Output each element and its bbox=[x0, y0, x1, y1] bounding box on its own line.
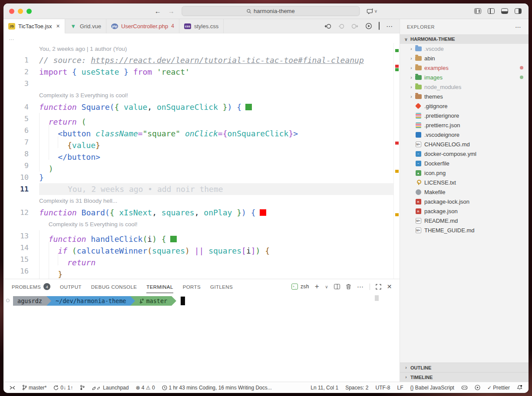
zoom-window-button[interactable] bbox=[26, 9, 32, 14]
tree-item[interactable]: › themes bbox=[400, 92, 529, 101]
tree-item[interactable]: › ~ Dockerfile bbox=[400, 158, 529, 168]
line-number[interactable] bbox=[3, 218, 39, 230]
panel-tab[interactable]: TERMINAL bbox=[146, 279, 173, 294]
code-editor[interactable]: You, 2 weeks ago | 1 author (You)1// sou… bbox=[3, 43, 400, 279]
code-line[interactable]: 5return ( bbox=[3, 113, 393, 125]
line-number[interactable]: 1 bbox=[3, 54, 39, 66]
code-line[interactable]: 13function handleClick(i) { bbox=[3, 230, 393, 242]
close-window-button[interactable] bbox=[9, 9, 14, 14]
panel-tab[interactable]: PROBLEMS 4 bbox=[12, 279, 50, 294]
tree-item[interactable]: › .prettierignore bbox=[400, 111, 529, 120]
line-number[interactable]: 16 bbox=[3, 265, 39, 277]
minimize-window-button[interactable] bbox=[18, 9, 23, 14]
code-line[interactable]: 2import { useState } from 'react' bbox=[3, 66, 393, 78]
split-editor-icon[interactable] bbox=[379, 22, 380, 30]
terminal-dropdown-icon[interactable]: ∨ bbox=[325, 284, 328, 289]
tree-item[interactable]: › .prettierrc.json bbox=[400, 120, 529, 130]
tree-item[interactable]: › Makefile bbox=[400, 187, 529, 197]
code-line[interactable]: 12function Board({ xIsNext, squares, onP… bbox=[3, 207, 393, 218]
back-navigation-icon[interactable] bbox=[324, 23, 332, 30]
tree-item[interactable]: › images bbox=[400, 73, 529, 82]
panel-tab[interactable]: DEBUG CONSOLE bbox=[91, 279, 137, 294]
status-bar-item[interactable]: Ln 11, Col 1 bbox=[311, 385, 338, 391]
line-number[interactable]: 6 bbox=[3, 125, 39, 136]
tree-item[interactable]: › n package.json bbox=[400, 206, 529, 216]
sidebar-section-header[interactable]: › OUTLINE bbox=[400, 363, 529, 372]
history-back-icon[interactable]: ← bbox=[155, 8, 161, 14]
tree-item[interactable]: › .vscode bbox=[400, 44, 529, 53]
status-bar-item[interactable]: UTF-8 bbox=[376, 385, 390, 391]
kill-terminal-trash-icon[interactable] bbox=[346, 284, 351, 290]
line-number[interactable]: 12 bbox=[3, 207, 39, 218]
customize-layout-icon[interactable] bbox=[474, 8, 481, 14]
status-bar-item[interactable] bbox=[80, 385, 85, 390]
code-line[interactable]: 3 bbox=[3, 78, 393, 89]
line-number[interactable]: 5 bbox=[3, 113, 39, 125]
line-number[interactable]: 2 bbox=[3, 66, 39, 78]
status-bar-item[interactable]: ✓ Prettier bbox=[487, 385, 510, 391]
tree-item[interactable]: › M+ README.md bbox=[400, 216, 529, 225]
code-line[interactable]: 15return bbox=[3, 254, 393, 265]
code-line[interactable]: 10} bbox=[3, 172, 393, 183]
split-terminal-icon[interactable] bbox=[334, 284, 340, 289]
code-line[interactable]: 7{value} bbox=[3, 136, 393, 148]
shell-name[interactable]: zsh bbox=[301, 284, 309, 290]
breadcrumb-ellipsis[interactable]: ... bbox=[9, 36, 14, 41]
tree-item[interactable]: › ~ docker-compose.yml bbox=[400, 149, 529, 158]
line-number[interactable]: 17 bbox=[3, 277, 39, 279]
more-actions-icon[interactable]: ⋯ bbox=[386, 23, 393, 30]
explorer-more-actions-icon[interactable]: ⋯ bbox=[515, 23, 522, 30]
status-bar-item[interactable] bbox=[475, 385, 480, 390]
code-line[interactable]: 14if (calculateWinner(squares) || square… bbox=[3, 242, 393, 254]
command-center-search[interactable]: harmonia-theme bbox=[182, 6, 360, 16]
tree-item[interactable]: › .gitignore bbox=[400, 101, 529, 111]
close-tab-icon[interactable]: × bbox=[56, 23, 60, 30]
line-number[interactable]: 14 bbox=[3, 242, 39, 254]
code-line[interactable]: 17const nextSquares = squares.slice() bbox=[3, 277, 393, 279]
run-debug-icon[interactable] bbox=[365, 23, 372, 30]
editor-tab[interactable]: css styles.css bbox=[179, 19, 224, 33]
editor-tab[interactable]: JS TicTacToe.jsx × bbox=[3, 19, 65, 33]
tree-item[interactable]: › n package-lock.json bbox=[400, 197, 529, 206]
status-bar-item[interactable]: {} Babel JavaScript bbox=[410, 385, 454, 391]
panel-tab[interactable]: PORTS bbox=[183, 279, 201, 294]
tree-item[interactable]: › abin bbox=[400, 53, 529, 63]
line-number[interactable]: 10 bbox=[3, 172, 39, 183]
codelens-line[interactable]: Complexity is 31 Bloody hell... bbox=[3, 195, 393, 207]
overview-ruler[interactable] bbox=[393, 43, 400, 279]
code-line[interactable]: 11You, 2 weeks ago • add noir theme bbox=[3, 183, 393, 195]
line-number[interactable]: 7 bbox=[3, 136, 39, 148]
copilot-menu[interactable]: ∨ bbox=[367, 8, 377, 15]
code-line[interactable]: 9) bbox=[3, 160, 393, 172]
toggle-primary-sidebar-icon[interactable] bbox=[488, 8, 495, 14]
tree-item[interactable]: › LICENSE.txt bbox=[400, 178, 529, 187]
line-number[interactable]: 4 bbox=[3, 101, 39, 113]
status-bar-item[interactable]: LF bbox=[397, 385, 403, 391]
line-number[interactable]: 9 bbox=[3, 160, 39, 172]
terminal-scrollbar-thumb[interactable] bbox=[375, 295, 379, 301]
line-number[interactable] bbox=[3, 195, 39, 207]
code-line[interactable]: 16} bbox=[3, 265, 393, 277]
tree-item[interactable]: › ▲ icon.png bbox=[400, 168, 529, 178]
tree-item[interactable]: › examples bbox=[400, 63, 529, 73]
line-number[interactable]: 11 bbox=[3, 183, 39, 195]
code-line[interactable]: 1// source: https://react.dev/learn/tuto… bbox=[3, 54, 393, 66]
code-line[interactable]: 8</button> bbox=[3, 148, 393, 160]
line-number[interactable]: 8 bbox=[3, 148, 39, 160]
toggle-panel-icon[interactable] bbox=[501, 8, 508, 14]
code-line[interactable]: 4function Square({ value, onSquareClick … bbox=[3, 101, 393, 113]
status-bar-item[interactable]: master* bbox=[22, 385, 46, 391]
status-bar-item[interactable]: 0↓ 1↑ bbox=[53, 385, 73, 391]
breadcrumb[interactable]: ... bbox=[3, 33, 400, 43]
status-bar-item[interactable]: Spaces: 2 bbox=[345, 385, 368, 391]
sidebar-section-header[interactable]: › TIMELINE bbox=[400, 372, 529, 382]
status-bar-item[interactable] bbox=[461, 385, 468, 390]
close-panel-icon[interactable]: ✕ bbox=[387, 283, 392, 290]
terminal[interactable]: agusrdz ~/dev/harmonia-theme master bbox=[3, 294, 400, 382]
line-number[interactable]: 13 bbox=[3, 230, 39, 242]
status-bar-item[interactable] bbox=[10, 385, 15, 390]
status-bar-item[interactable]: 1 hr 43 mins Coding, 16 mins Writing Doc… bbox=[162, 385, 272, 391]
codelens-line[interactable]: Complexity is 3 Everything is cool! bbox=[3, 89, 393, 101]
editor-tab[interactable]: php UserController.php 4 bbox=[106, 19, 179, 33]
tree-item[interactable]: › M+ THEME_GUIDE.md bbox=[400, 225, 529, 235]
